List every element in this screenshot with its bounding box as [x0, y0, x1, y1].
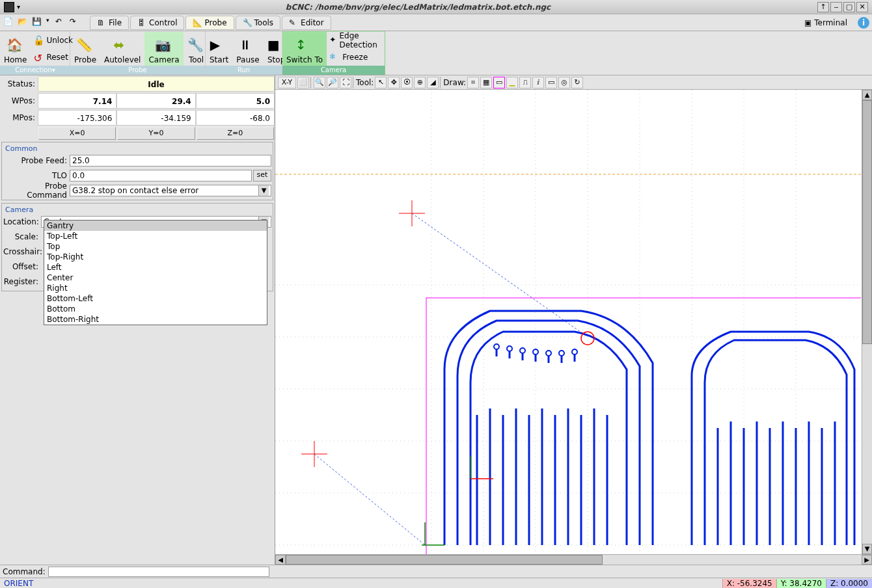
draw-rapid-icon[interactable]: ▭ — [545, 77, 557, 88]
svg-point-24 — [546, 351, 551, 356]
wpos-x[interactable]: 7.14 — [38, 93, 116, 109]
scroll-up-icon[interactable]: ▲ — [862, 90, 872, 100]
wpos-y[interactable]: 29.4 — [116, 93, 195, 109]
start-button[interactable]: Start — [206, 32, 232, 66]
tlo-input[interactable] — [70, 170, 252, 181]
dropdown-option[interactable]: Top-Right — [44, 252, 267, 262]
window-up-button[interactable]: ↑ — [817, 2, 829, 12]
close-button[interactable]: ✕ — [856, 2, 868, 12]
dropdown-option[interactable]: Top-Left — [44, 231, 267, 241]
probe-command-combo[interactable]: G38.2 stop on contact else error▼ — [70, 185, 271, 196]
pause-button[interactable]: Pause — [232, 32, 263, 66]
camera-button[interactable]: Camera — [144, 32, 183, 66]
home-button[interactable]: Home — [0, 32, 31, 66]
draw-camera-icon[interactable]: ◎ — [558, 77, 570, 88]
connection-group-label[interactable]: Connection▾ — [0, 66, 70, 75]
save-icon[interactable]: 💾 — [31, 16, 44, 29]
canvas-view[interactable] — [275, 90, 862, 554]
zoom-fit-icon[interactable]: ⛶ — [340, 77, 351, 88]
ruler-tool-icon[interactable]: ◢ — [427, 77, 439, 88]
terminal-icon: ▣ — [804, 18, 811, 27]
unlock-icon — [33, 35, 44, 46]
svg-point-25 — [559, 351, 564, 356]
probe-feed-label: Probe Feed: — [3, 156, 70, 165]
edge-icon: ✦ — [329, 35, 336, 46]
draw-section-label: Draw: — [443, 78, 466, 87]
unlock-button[interactable]: Unlock — [31, 32, 75, 49]
draw-grid-icon[interactable]: ▦ — [480, 77, 492, 88]
maximize-button[interactable]: ▢ — [843, 2, 855, 12]
vertical-scrollbar[interactable]: ▲ ▼ — [862, 90, 872, 554]
redo-icon[interactable]: ↷ — [69, 16, 82, 29]
dropdown-option[interactable]: Bottom-Right — [44, 314, 267, 325]
zero-y-button[interactable]: Y=0 — [117, 127, 195, 140]
edge-detection-button[interactable]: ✦Edge Detection — [327, 32, 385, 49]
new-icon[interactable]: 📄 — [3, 16, 16, 29]
gantry-tool-icon[interactable]: ⊕ — [414, 77, 426, 88]
probe-feed-input[interactable] — [70, 155, 271, 167]
open-icon[interactable]: 📂 — [17, 16, 30, 29]
horizontal-scrollbar[interactable]: ◀ ▶ — [275, 554, 872, 565]
tab-probe[interactable]: 📐Probe — [185, 16, 234, 30]
dropdown-option[interactable]: Left — [44, 262, 267, 273]
tab-file[interactable]: 🗎File — [90, 16, 129, 30]
camera-legend: Camera — [3, 206, 35, 214]
status-bar: ORIENT X: -56.3245 Y: 38.4270 Z: 0.0000 — [0, 578, 872, 588]
freeze-button[interactable]: ❄Freeze — [327, 49, 385, 66]
draw-workarea-icon[interactable]: ▁ — [506, 77, 518, 88]
minimize-button[interactable]: ‒ — [830, 2, 842, 12]
switch-icon — [295, 37, 314, 55]
tab-tools[interactable]: 🔧Tools — [236, 16, 281, 30]
offset-label: Offset: — [3, 262, 41, 271]
svg-point-27 — [581, 332, 594, 345]
probe-icon — [76, 37, 94, 55]
scroll-down-icon[interactable]: ▼ — [862, 544, 872, 554]
tool-section-label: Tool: — [356, 78, 374, 87]
undo-icon[interactable]: ↶ — [55, 16, 68, 29]
command-label: Command: — [3, 567, 46, 576]
command-input[interactable] — [48, 567, 269, 577]
zoom-out-icon[interactable]: 🔎 — [327, 77, 338, 88]
dropdown-option[interactable]: Gantry — [44, 220, 267, 231]
zero-z-button[interactable]: Z=0 — [197, 127, 274, 140]
draw-margin-icon[interactable]: ▭ — [493, 77, 505, 88]
dropdown-option[interactable]: Right — [44, 283, 267, 293]
dropdown-option[interactable]: Center — [44, 273, 267, 283]
move-tool-icon[interactable]: ✥ — [388, 77, 400, 88]
save-dropdown-icon[interactable]: ▾ — [46, 16, 53, 29]
scale-label: Scale: — [3, 232, 41, 241]
origin-tool-icon[interactable]: ⦿ — [401, 77, 413, 88]
draw-paths-icon[interactable]: ⅈ — [532, 77, 544, 88]
dropdown-option[interactable]: Bottom — [44, 304, 267, 314]
dropdown-option[interactable]: Top — [44, 241, 267, 252]
autolevel-button[interactable]: Autolevel — [100, 32, 144, 66]
reset-button[interactable]: Reset — [31, 49, 75, 66]
tlo-set-button[interactable]: set — [253, 170, 271, 181]
run-group-label: Run — [206, 66, 282, 75]
draw-refresh-icon[interactable]: ↻ — [571, 77, 583, 88]
terminal-button[interactable]: ▣Terminal — [799, 17, 852, 29]
location-dropdown[interactable]: Gantry Top-Left Top Top-Right Left Cente… — [44, 220, 267, 325]
switch-to-button[interactable]: Switch To — [282, 32, 327, 66]
wpos-z[interactable]: 5.0 — [196, 93, 275, 109]
zero-x-button[interactable]: X=0 — [38, 127, 116, 140]
zoom-in-icon[interactable]: 🔍 — [314, 77, 325, 88]
xy-view-button[interactable]: X-Y — [278, 77, 296, 88]
wpos-label: WPos: — [0, 96, 38, 105]
tab-editor[interactable]: ✎Editor — [282, 16, 331, 30]
scroll-left-icon[interactable]: ◀ — [275, 555, 286, 565]
dropdown-option[interactable]: Bottom-Left — [44, 293, 267, 304]
scroll-right-icon[interactable]: ▶ — [862, 555, 872, 565]
view-reset-button[interactable]: ⬜ — [297, 77, 309, 88]
mpos-label: MPos: — [0, 113, 38, 122]
svg-point-22 — [520, 348, 525, 353]
common-legend: Common — [3, 144, 40, 153]
draw-axes-icon[interactable]: ⌗ — [467, 77, 479, 88]
readout-z: Z: 0.0000 — [826, 579, 872, 588]
help-button[interactable]: i — [858, 17, 869, 29]
select-tool-icon[interactable]: ↖ — [375, 77, 387, 88]
probe-command-label: Probe Command — [3, 181, 70, 200]
probe-button[interactable]: Probe — [70, 32, 100, 66]
draw-probe-icon[interactable]: ⎍ — [519, 77, 531, 88]
tab-control[interactable]: 🎛Control — [130, 16, 184, 30]
